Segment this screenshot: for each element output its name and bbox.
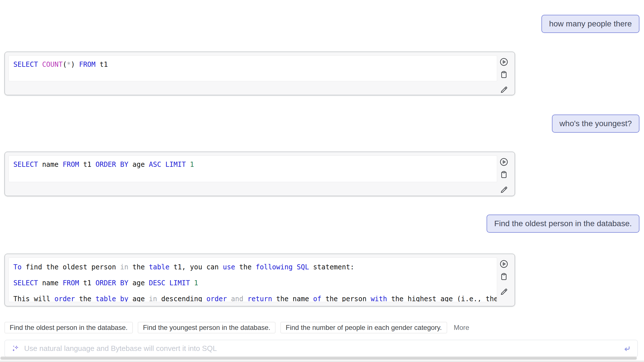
user-message-bubble: Find the oldest person in the database. [487, 215, 639, 233]
play-icon [499, 259, 508, 269]
assistant-sql-card-3: To find the oldest person in the table t… [5, 254, 515, 306]
edit-sql-button[interactable] [499, 85, 508, 94]
sql-code-editor[interactable]: SELECT name FROM t1 ORDER BY age ASC LIM… [9, 155, 497, 182]
pencil-icon [499, 185, 508, 194]
code-line: This will order the table by age in desc… [13, 291, 492, 302]
copy-sql-button[interactable] [499, 70, 508, 79]
nl2sql-input-bar[interactable] [5, 340, 638, 357]
edit-sql-button[interactable] [499, 185, 508, 194]
clipboard-icon [499, 272, 508, 281]
code-line: SELECT COUNT(*) FROM t1 [13, 58, 492, 71]
copy-sql-button[interactable] [499, 272, 508, 281]
play-icon [499, 157, 508, 167]
assistant-sql-card-1: SELECT COUNT(*) FROM t1 [5, 52, 515, 95]
suggestion-chip-youngest[interactable]: Find the youngest person in the database… [138, 322, 275, 333]
ai-sparkle-icon [11, 344, 20, 353]
page-bottom-divider [0, 361, 644, 362]
code-line: To find the oldest person in the table t… [13, 259, 492, 275]
user-message-bubble: how many people there [541, 15, 639, 33]
panel-bottom-edge [1, 357, 637, 359]
nl2sql-text-input[interactable] [24, 344, 618, 353]
suggestion-chip-gender-count[interactable]: Find the number of people in each gender… [281, 322, 447, 333]
suggestion-row: Find the oldest person in the database. … [5, 322, 639, 333]
sql-code-editor[interactable]: SELECT COUNT(*) FROM t1 [9, 55, 497, 81]
code-line: SELECT name FROM t1 ORDER BY age ASC LIM… [13, 158, 492, 171]
pencil-icon [499, 287, 508, 296]
play-icon [499, 57, 508, 66]
run-query-button[interactable] [499, 157, 508, 167]
ai-chat-panel: how many people there SELECT COUNT(*) FR… [0, 0, 644, 362]
clipboard-icon [499, 70, 508, 79]
return-arrow-icon [622, 344, 631, 353]
assistant-sql-card-2: SELECT name FROM t1 ORDER BY age ASC LIM… [5, 152, 515, 196]
more-suggestions-link[interactable]: More [454, 324, 470, 332]
submit-button[interactable] [622, 344, 631, 353]
run-query-button[interactable] [499, 57, 508, 66]
run-query-button[interactable] [499, 259, 508, 269]
suggestion-chip-oldest[interactable]: Find the oldest person in the database. [5, 322, 133, 333]
code-line: SELECT name FROM t1 ORDER BY age DESC LI… [13, 275, 492, 291]
sql-code-editor[interactable]: To find the oldest person in the table t… [9, 257, 497, 302]
edit-sql-button[interactable] [499, 287, 508, 296]
pencil-icon [499, 85, 508, 94]
clipboard-icon [499, 170, 508, 179]
copy-sql-button[interactable] [499, 170, 508, 179]
user-message-bubble: who's the youngest? [552, 115, 639, 133]
